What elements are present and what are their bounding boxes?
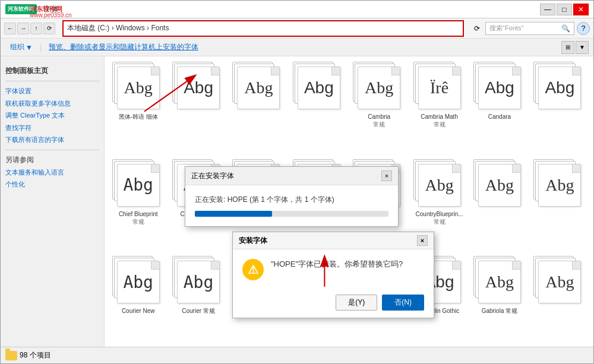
sidebar-divider-2 [5,150,99,150]
font-name: Cambria [368,113,390,121]
watermark-line2: www.pe0359.cn [30,12,72,18]
font-icon: Abg [298,67,340,109]
font-icon: Abg [538,261,581,303]
progress-bar-container [195,211,388,217]
sidebar-link-find-char[interactable]: 查找字符 [5,123,99,133]
font-icon: Abg [117,261,160,303]
maximize-button[interactable]: □ [557,4,572,15]
close-button[interactable]: ✕ [573,4,589,15]
view-large-icon-button[interactable]: ⊞ [561,41,574,54]
font-icon: Abg [117,164,160,207]
font-icon: Abg [538,164,581,207]
font-icon: Abg [237,67,280,109]
confirm-dialog-title: 安装字体 [239,236,267,246]
refresh-button[interactable]: ⟳ [43,23,55,34]
status-count: 98 个项目 [20,350,51,360]
confirm-dialog-close[interactable]: × [417,235,428,246]
toolbar-description: 预览、删除或者显示和隐藏计算机上安装的字体 [44,42,561,52]
font-icon: Abg [117,67,160,109]
font-item[interactable]: Abg [470,159,528,254]
minimize-button[interactable]: — [540,4,555,15]
back-button[interactable]: ← [4,23,16,34]
font-item[interactable]: Abg [290,61,347,156]
font-item[interactable]: AbgGabriola 常规 [470,255,528,342]
organize-button[interactable]: 组织 ▼ [5,41,37,53]
confirm-dialog-titlebar: 安装字体 × [233,232,434,249]
font-name: Courier 常规 [182,307,215,315]
main-layout: 控制面板主页 字体设置 联机获取更多字体信息 调整 ClearType 文本 查… [1,56,593,347]
confirm-dialog-body: ⚠ "HOPE"字体已安装。你希望替换它吗? [233,249,434,290]
font-icon: Abg [177,261,220,303]
font-name: Chief Blueprint [119,210,158,218]
font-icon: Abg [358,67,400,109]
font-style: 常规 [434,218,446,226]
installing-dialog-close[interactable]: × [381,170,392,181]
font-item[interactable]: Abg黑体-韩语 细体 [109,61,167,156]
up-button[interactable]: ↑ [30,23,42,34]
font-item[interactable]: AbgCourier 常规 [169,255,227,342]
sidebar-divider-1 [5,81,99,81]
sidebar-link-download-fonts[interactable]: 下载所有语言的字体 [5,135,99,145]
search-box[interactable]: 搜索"Fonts" 🔍 [485,22,574,35]
help-button[interactable]: ? [577,22,590,35]
confirm-replace-dialog[interactable]: 安装字体 × ⚠ "HOPE"字体已安装。你希望替换它吗? 是(Y) 否(N) [232,232,434,318]
font-item[interactable]: AbgCambria常规 [350,61,408,156]
address-bar[interactable]: 本地磁盘 (C:) › Windows › Fonts [62,20,464,37]
font-style: 常规 [373,121,385,129]
font-item[interactable]: AbgCandara [470,61,528,156]
font-item[interactable]: AbgChief Blueprint常规 [109,159,167,254]
breadcrumb-item: 本地磁盘 (C:) › Windows › Fonts [67,23,169,33]
font-item[interactable]: AbgCourier New [109,255,167,342]
refresh-addr-button[interactable]: ⟳ [471,23,483,34]
titlebar-controls: — □ ✕ [540,4,589,15]
font-name: Gabriola 常规 [482,307,518,315]
font-item[interactable]: Abg [531,159,589,254]
font-icon: Abg [177,67,220,109]
confirm-dialog-message: "HOPE"字体已安装。你希望替换它吗? [271,259,403,270]
chevron-down-icon: ▼ [26,43,33,52]
sidebar-footer: 另请参阅 文本服务和输入语言 个性化 [5,155,99,189]
sidebar-link-text-services[interactable]: 文本服务和输入语言 [5,167,99,178]
font-item[interactable]: Abg [169,61,227,156]
folder-icon [5,351,17,360]
warning-icon: ⚠ [242,259,264,280]
font-name: 黑体-韩语 细体 [119,113,158,121]
sidebar-link-online-fonts[interactable]: 联机获取更多字体信息 [5,99,99,109]
status-bar-item: 98 个项目 [5,350,51,360]
progress-bar-fill [195,211,272,217]
font-icon: Abg [478,67,521,109]
sidebar-link-cleartype[interactable]: 调整 ClearType 文本 [5,110,99,121]
font-name: Courier New [122,307,155,315]
font-name: Cambria Math [421,113,458,121]
font-item[interactable]: Abg [531,255,589,342]
font-icon: Abg [478,164,521,207]
font-icon: Ïrê [418,67,461,109]
sidebar-link-personalize[interactable]: 个性化 [5,179,99,189]
search-icon[interactable]: 🔍 [561,24,570,33]
toolbar: 组织 ▼ | 预览、删除或者显示和隐藏计算机上安装的字体 ⊞ ▼ [1,39,593,56]
font-style: 常规 [434,121,446,129]
sidebar-footer-title: 另请参阅 [5,155,99,165]
installing-font-dialog[interactable]: 正在安装字体 × 正在安装: HOPE (第 1 个字体，共 1 个字体) [185,166,399,227]
confirm-dialog-buttons: 是(Y) 否(N) [233,290,434,318]
sidebar-home[interactable]: 控制面板主页 [5,66,99,76]
sidebar-link-font-settings[interactable]: 字体设置 [5,86,99,96]
installing-dialog-titlebar: 正在安装字体 × [185,167,398,185]
installing-dialog-title: 正在安装字体 [191,171,234,181]
font-icon: Abg [478,261,521,303]
view-controls: ⊞ ▼ [561,41,589,54]
no-button[interactable]: 否(N) [382,295,424,311]
font-item[interactable]: ÏrêCambria Math常规 [410,61,468,156]
font-icon: Abg [538,67,581,109]
yes-button[interactable]: 是(Y) [336,295,377,311]
font-item[interactable]: Abg [230,61,287,156]
forward-button[interactable]: → [17,23,29,34]
font-icon: Abg [418,164,461,207]
search-placeholder: 搜索"Fonts" [489,24,523,33]
nav-controls: ← → ↑ ⟳ [4,23,55,34]
main-window: 河东软件网 字体 — □ ✕ ← → ↑ ⟳ 本地磁盘 (C:) › Windo… [0,0,594,364]
font-style: 常规 [132,218,144,226]
font-item[interactable]: Abg [531,61,589,156]
font-name: Candara [488,113,511,121]
view-details-button[interactable]: ▼ [576,41,589,54]
